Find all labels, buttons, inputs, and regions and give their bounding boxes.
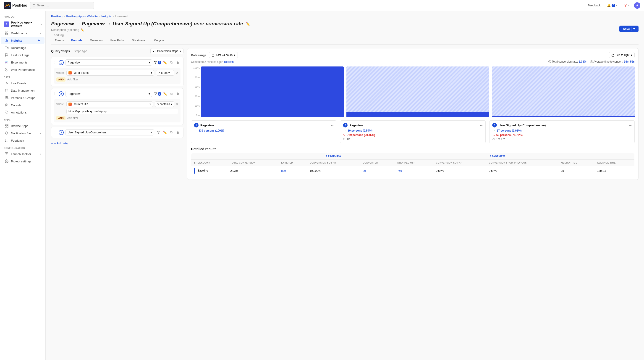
sidebar-item-recordings[interactable]: Recordings — [1, 44, 44, 51]
save-button[interactable]: Save ▾ — [619, 26, 638, 32]
funnel-bar-3[interactable] — [492, 67, 635, 117]
chart-container: Date range Last 24 hours ▾ Left to right — [187, 48, 638, 180]
svg-rect-17 — [5, 126, 6, 127]
step-2-filter-value[interactable] — [66, 109, 178, 114]
step-2-filter-badge[interactable]: 1 — [154, 92, 161, 96]
step-1-delete-button[interactable]: 🗑 — [175, 60, 180, 65]
step-2-persons-link[interactable]: 80 persons (9.54%) — [348, 129, 372, 132]
step-3-drag-handle[interactable]: ⠿ — [54, 130, 57, 135]
step-3-copy-button[interactable]: ⧉ — [169, 130, 174, 135]
sidebar-item-data-management[interactable]: Data Management — [1, 87, 44, 94]
chart-toolbar: Date range Last 24 hours ▾ Left to right — [191, 52, 635, 58]
tab-stickiness[interactable]: Stickiness — [128, 37, 149, 44]
step-2-more-icon[interactable]: ··· — [480, 124, 483, 127]
step-2-and-button[interactable]: AND — [56, 116, 66, 120]
add-tag-button[interactable]: + Add tag — [51, 33, 64, 37]
apps-section-label: APPS — [0, 116, 46, 122]
project-header[interactable]: P PostHog App + Website ▾ — [0, 19, 46, 30]
search-input[interactable] — [37, 4, 92, 7]
tab-funnels[interactable]: Funnels — [68, 37, 86, 44]
breadcrumb-project[interactable]: PostHog App + Website — [66, 15, 98, 18]
step-2-add-filter-button[interactable]: Add filter — [67, 117, 78, 120]
direction-button[interactable]: Left to right ▾ — [609, 52, 635, 58]
breadcrumb-posthog[interactable]: PostHog — [51, 15, 62, 18]
tab-trends[interactable]: Trends — [51, 37, 68, 44]
step-1-more-icon[interactable]: ··· — [331, 124, 334, 127]
step-2-dropped-link[interactable]: 759 persons (90.46%) — [347, 133, 375, 137]
gauge-icon — [4, 68, 9, 72]
funnel-bar-2[interactable] — [346, 67, 489, 117]
logo[interactable]: PostHog — [4, 2, 28, 9]
step-2-filter-prop[interactable]: Current URL ▾ — [66, 101, 153, 107]
step-3-filter-button[interactable] — [156, 130, 161, 135]
avatar[interactable]: A — [634, 2, 640, 9]
step-3-dropped-link[interactable]: 63 persons (78.75%) — [496, 133, 522, 137]
step-1-filter-prop[interactable]: UTM Source ▾ — [66, 70, 154, 76]
sidebar-item-notification-bar[interactable]: Notification Bar ▾ — [1, 130, 44, 137]
help-button[interactable]: ❓ ▾ — [622, 3, 631, 8]
sidebar-item-cohorts[interactable]: Cohorts — [1, 101, 44, 109]
sidebar-item-dashboards[interactable]: Dashboards ▾ — [1, 30, 44, 37]
step-1-filter-badge[interactable]: 1 — [154, 61, 161, 64]
insights-add-icon[interactable]: + — [37, 38, 41, 43]
step-2-select[interactable]: Pageview ▾ — [66, 91, 152, 97]
step-3-select[interactable]: User Signed Up (Comprehen... ▾ — [66, 129, 154, 135]
sidebar-item-live-events[interactable]: Live Events — [1, 80, 44, 87]
funnel-bar-1[interactable] — [201, 67, 344, 117]
step-2-filter-close[interactable]: × — [176, 102, 178, 106]
step-2-chevron-icon: ▾ — [148, 92, 150, 96]
sidebar-item-insights[interactable]: Insights + — [1, 37, 44, 44]
chart-panel: Date range Last 24 hours ▾ Left to right — [187, 48, 638, 180]
step-1-select[interactable]: Pageview ▾ — [66, 59, 152, 66]
step-2-drag-handle[interactable]: ⠿ — [54, 92, 57, 96]
notifications-button[interactable]: 🔔 0 ▾ — [605, 3, 619, 8]
step-1-and-button[interactable]: AND — [56, 78, 66, 82]
sidebar-item-annotations[interactable]: Annotations — [1, 109, 44, 116]
tab-user-paths[interactable]: User Paths — [106, 37, 128, 44]
step-1-filter-op[interactable]: ✓ is set ▾ — [156, 70, 174, 76]
add-step-button[interactable]: + + Add step — [51, 140, 69, 147]
step-3-more-icon[interactable]: ··· — [629, 124, 632, 127]
direction-chevron-icon: ▾ — [631, 54, 632, 57]
step-3-conversion-row: → 17 persons (2.03%) — [492, 129, 632, 133]
step-2-copy-button[interactable]: ⧉ — [169, 91, 174, 97]
refresh-link[interactable]: Refresh — [224, 60, 234, 64]
step-1-drag-handle[interactable]: ⠿ — [54, 60, 57, 65]
tab-retention[interactable]: Retention — [86, 37, 106, 44]
step-2-edit-button[interactable]: ✏️ — [162, 91, 168, 97]
step-1-copy-button[interactable]: ⧉ — [169, 60, 174, 65]
step-3-edit-button[interactable]: ✏️ — [162, 130, 168, 135]
tab-lifecycle[interactable]: Lifecycle — [149, 37, 168, 44]
query-panel: Query Steps Graph type Conversion steps … — [51, 48, 184, 180]
step-1-add-filter-button[interactable]: Add filter — [67, 78, 78, 81]
title-edit-icon[interactable]: ✏️ — [245, 22, 250, 26]
chart-meta: Computed 2 minutes ago • Refresh ⓘ Total… — [191, 60, 635, 64]
sidebar-item-experiments[interactable]: ⚗️ Experiments — [1, 59, 44, 66]
config-section-label: CONFIGURATION — [0, 144, 46, 150]
step-1-filter-close[interactable]: × — [176, 71, 178, 75]
sidebar-item-browse-apps[interactable]: Browse Apps — [1, 122, 44, 130]
date-range-button[interactable]: Last 24 hours ▾ — [209, 52, 238, 58]
sidebar-item-launch-toolbar[interactable]: Launch Toolbar ▾ — [1, 150, 44, 158]
svg-marker-8 — [7, 47, 8, 49]
step-3-delete-button[interactable]: 🗑 — [175, 130, 180, 135]
step-2-filter-op[interactable]: ⊃ contains ▾ — [155, 101, 174, 107]
sidebar-item-web-performance[interactable]: Web Performance — [1, 66, 44, 73]
graph-type-button[interactable]: Conversion steps ▾ — [150, 48, 184, 54]
feedback-button[interactable]: Feedback — [586, 3, 602, 8]
step-1-persons-link[interactable]: 839 persons (100%) — [198, 129, 224, 132]
svg-point-3 — [33, 4, 35, 7]
sidebar-item-project-settings[interactable]: Project settings — [1, 158, 44, 165]
sidebar-item-persons-groups[interactable]: Persons & Groups — [1, 94, 44, 101]
step-3-persons-link[interactable]: 17 persons (2.03%) — [497, 129, 522, 132]
notif-chevron-icon: ▾ — [616, 4, 617, 7]
sidebar-item-feedback[interactable]: Feedback — [1, 137, 44, 144]
desc-edit-icon[interactable]: ✏️ — [80, 28, 84, 32]
step-1-edit-button[interactable]: ✏️ — [162, 60, 168, 65]
breadcrumb-insights[interactable]: Insights — [101, 15, 112, 18]
step-2-delete-button[interactable]: 🗑 — [175, 91, 180, 97]
search-box[interactable] — [30, 2, 94, 9]
results-th-conversion-so-far: CONVERSION SO FAR — [307, 160, 360, 166]
sidebar-item-feature-flags[interactable]: Feature Flags — [1, 51, 44, 59]
save-caret-icon[interactable]: ▾ — [631, 27, 635, 31]
